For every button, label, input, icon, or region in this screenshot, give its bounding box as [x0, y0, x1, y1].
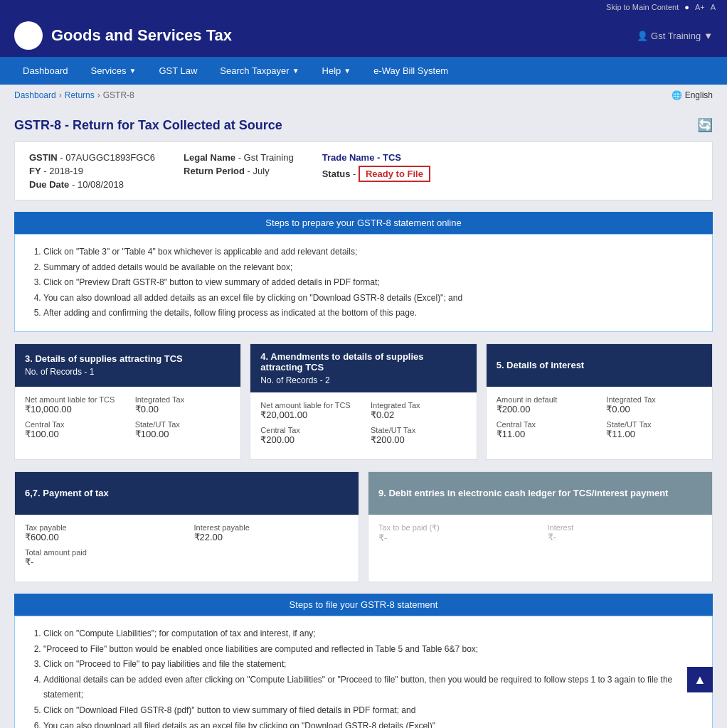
section3-body: Net amount liable for TCS ₹10,000.00 Int…	[15, 387, 240, 454]
payment-grid: 6,7. Payment of tax Tax payable ₹600.00 …	[14, 471, 713, 582]
nav-help[interactable]: Help ▼	[311, 57, 363, 85]
header: 🏛 Goods and Services Tax 👤 Gst Training …	[0, 14, 727, 57]
step-file-2: "Proceed to File" button would be enable…	[43, 642, 698, 658]
s5-central-tax: Central Tax ₹11.00	[497, 420, 593, 439]
fy-field: FY - 2018-19	[29, 166, 155, 176]
steps-prepare-list: Click on "Table 3" or "Table 4" box whic…	[29, 245, 698, 321]
step-prepare-3: Click on "Preview Draft GSTR-8" button t…	[43, 275, 698, 291]
cards-grid-top: 3. Details of supplies attracting TCS No…	[14, 343, 713, 460]
s5-amount-default: Amount in default ₹200.00	[497, 395, 593, 414]
nav-eway-bill[interactable]: e-Way Bill System	[362, 57, 460, 85]
nav-services[interactable]: Services ▼	[80, 57, 148, 85]
section3-header: 3. Details of supplies attracting TCS No…	[15, 344, 240, 387]
language-selector[interactable]: 🌐 English	[672, 90, 713, 100]
section9-header: 9. Debit entries in electronic cash ledg…	[368, 472, 712, 515]
step-file-3: Click on "Proceed to File" to pay liabil…	[43, 657, 698, 673]
section9-card: 9. Debit entries in electronic cash ledg…	[368, 471, 713, 582]
step-file-1: Click on "Compute Liabilities"; for comp…	[43, 626, 698, 642]
s4-central-tax: Central Tax ₹200.00	[260, 426, 356, 445]
step-prepare-5: After adding and confirming the details,…	[43, 306, 698, 321]
info-col-right: Trade Name - TCS Status - Ready to File	[322, 152, 430, 182]
steps-prepare-banner: Steps to prepare your GSTR-8 statement o…	[14, 212, 713, 234]
breadcrumb: Dashboard › Returns › GSTR-8	[14, 90, 134, 100]
legal-name-field: Legal Name - Gst Training	[184, 152, 294, 163]
status-badge: Ready to File	[359, 166, 430, 182]
accessibility-dot: ●	[684, 3, 689, 11]
step-prepare-2: Summary of added details would be availa…	[43, 260, 698, 276]
font-smaller-link[interactable]: A	[711, 3, 716, 11]
gstin-field: GSTIN - 07AUGGC1893FGC6	[29, 152, 155, 163]
s3-central-tax: Central Tax ₹100.00	[25, 420, 121, 439]
step-prepare-1: Click on "Table 3" or "Table 4" box whic…	[43, 245, 698, 260]
user-icon: 👤	[637, 31, 648, 41]
section4-card[interactable]: 4. Amendments to details of supplies att…	[250, 343, 477, 460]
steps-file-list: Click on "Compute Liabilities"; for comp…	[29, 626, 698, 728]
username: Gst Training	[651, 31, 701, 41]
section67-header: 6,7. Payment of tax	[15, 472, 359, 515]
section67-body: Tax payable ₹600.00 Interest payable ₹22…	[15, 515, 359, 582]
section67-card[interactable]: 6,7. Payment of tax Tax payable ₹600.00 …	[14, 471, 359, 582]
site-title: Goods and Services Tax	[51, 26, 232, 45]
section9-body: Tax to be paid (₹) ₹- Interest ₹-	[368, 515, 712, 557]
font-larger-link[interactable]: A+	[695, 3, 705, 11]
status-field: Status - Ready to File	[322, 166, 430, 182]
s67-interest-payable: Interest payable ₹22.00	[194, 523, 349, 542]
step-file-6: You can also download all filed details …	[43, 719, 698, 728]
s5-integrated-tax: Integrated Tax ₹0.00	[606, 395, 702, 414]
section3-card[interactable]: 3. Details of supplies attracting TCS No…	[14, 343, 241, 460]
user-dropdown-arrow: ▼	[704, 31, 713, 41]
emblem-icon: 🏛	[14, 21, 43, 50]
due-date-field: Due Date - 10/08/2018	[29, 179, 155, 190]
s5-state-tax: State/UT Tax ₹11.00	[606, 420, 702, 439]
nav-dashboard[interactable]: Dashboard	[11, 57, 80, 85]
breadcrumb-returns[interactable]: Returns	[65, 90, 95, 100]
breadcrumb-bar: Dashboard › Returns › GSTR-8 🌐 English	[0, 85, 727, 106]
page-title-bar: GSTR-8 - Return for Tax Collected at Sou…	[14, 117, 713, 133]
section5-header: 5. Details of interest	[487, 344, 712, 387]
s67-total-paid: Total amount paid ₹-	[25, 548, 349, 567]
s4-integrated-tax: Integrated Tax ₹0.02	[371, 401, 467, 420]
step-prepare-4: You can also download all added details …	[43, 291, 698, 306]
info-col-left: GSTIN - 07AUGGC1893FGC6 FY - 2018-19 Due…	[29, 152, 155, 190]
section4-body: Net amount liable for TCS ₹20,001.00 Int…	[250, 392, 476, 459]
s4-net-amount: Net amount liable for TCS ₹20,001.00	[260, 401, 356, 420]
breadcrumb-current: GSTR-8	[103, 90, 134, 100]
step-file-5: Click on "Download Filed GSTR-8 (pdf)" b…	[43, 703, 698, 719]
s3-net-amount: Net amount liable for TCS ₹10,000.00	[25, 395, 121, 414]
section5-card[interactable]: 5. Details of interest Amount in default…	[486, 343, 713, 460]
s4-state-tax: State/UT Tax ₹200.00	[371, 426, 467, 445]
steps-file-banner: Steps to file your GSTR-8 statement	[14, 594, 713, 616]
refresh-icon[interactable]: 🔄	[697, 117, 713, 133]
steps-prepare-box: Click on "Table 3" or "Table 4" box whic…	[14, 234, 713, 332]
step-file-4: Additional details can be added even aft…	[43, 673, 698, 703]
nav-bar: Dashboard Services ▼ GST Law Search Taxp…	[0, 57, 727, 85]
s9-interest: Interest ₹-	[548, 523, 703, 543]
scroll-to-top[interactable]: ▲	[687, 667, 713, 692]
logo: 🏛 Goods and Services Tax	[14, 21, 232, 50]
page-title: GSTR-8 - Return for Tax Collected at Sou…	[14, 118, 282, 133]
s3-state-tax: State/UT Tax ₹100.00	[135, 420, 231, 439]
s9-tax-to-paid: Tax to be paid (₹) ₹-	[378, 523, 534, 543]
info-col-mid: Legal Name - Gst Training Return Period …	[184, 152, 294, 176]
user-menu[interactable]: 👤 Gst Training ▼	[637, 31, 713, 41]
breadcrumb-dashboard[interactable]: Dashboard	[14, 90, 56, 100]
skip-link[interactable]: Skip to Main Content	[606, 3, 679, 11]
s67-tax-payable: Tax payable ₹600.00	[25, 523, 180, 542]
top-bar: Skip to Main Content ● A+ A	[0, 0, 727, 14]
s3-integrated-tax: Integrated Tax ₹0.00	[135, 395, 231, 414]
taxpayer-info-card: GSTIN - 07AUGGC1893FGC6 FY - 2018-19 Due…	[14, 141, 713, 200]
nav-gst-law[interactable]: GST Law	[147, 57, 208, 85]
trade-name-field: Trade Name - TCS	[322, 152, 430, 163]
main-content: GSTR-8 - Return for Tax Collected at Sou…	[0, 106, 727, 728]
nav-search-taxpayer[interactable]: Search Taxpayer ▼	[208, 57, 310, 85]
return-period-field: Return Period - July	[184, 166, 294, 176]
section5-body: Amount in default ₹200.00 Integrated Tax…	[487, 387, 712, 454]
steps-file-box: Click on "Compute Liabilities"; for comp…	[14, 616, 713, 728]
section4-header: 4. Amendments to details of supplies att…	[250, 344, 476, 392]
